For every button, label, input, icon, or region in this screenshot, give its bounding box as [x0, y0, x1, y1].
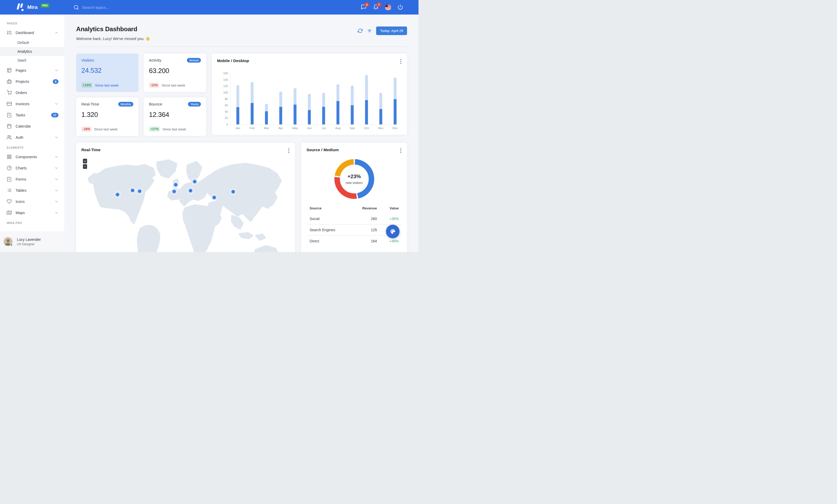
sidebar-subitem-saas[interactable]: SaaS — [0, 56, 64, 65]
map-marker[interactable] — [173, 182, 179, 188]
chevron-down-icon — [54, 177, 58, 181]
sidebar-item-auth[interactable]: Auth — [0, 132, 64, 143]
stat-delta-badge: -12% — [149, 82, 159, 88]
cell-source: Social — [306, 213, 351, 224]
svg-text:Oct: Oct — [364, 127, 369, 130]
filter-button[interactable] — [367, 28, 372, 34]
stat-card-activity: ActivityAnnual63.200-12%Since last week — [144, 54, 206, 92]
chevron-up-icon — [54, 31, 58, 35]
pro-badge: PRO — [40, 3, 49, 8]
sidebar-item-invoices[interactable]: Invoices — [0, 98, 64, 109]
map-marker[interactable] — [230, 189, 236, 195]
donut-center-value: +23% — [348, 173, 361, 180]
sidebar-item-projects[interactable]: Projects8 — [0, 76, 64, 87]
brand[interactable]: Mira PRO — [0, 3, 64, 12]
table-row-social: Social260+35% — [306, 213, 402, 224]
grid-icon — [7, 154, 12, 159]
sidebar-item-forms[interactable]: Forms — [0, 173, 64, 185]
svg-text:60: 60 — [225, 104, 228, 107]
sidebar-item-maps[interactable]: Maps — [0, 207, 64, 218]
stat-value: 63.200 — [149, 67, 201, 75]
theme-settings-fab[interactable] — [386, 225, 399, 238]
cell-source: Search Engines — [306, 224, 351, 236]
stat-period-badge[interactable]: Monthly — [118, 102, 133, 107]
sidebar-item-label: Invoices — [16, 102, 29, 106]
logout-button[interactable] — [397, 4, 404, 11]
map-icon — [7, 210, 12, 215]
header-divider — [76, 46, 407, 47]
sidebar-section-header-pages: PAGES — [0, 19, 64, 27]
map-marker[interactable] — [188, 188, 194, 194]
sidebar-item-charts[interactable]: Charts — [0, 162, 64, 173]
svg-text:Jul: Jul — [322, 127, 326, 130]
stat-period-badge[interactable]: Annual — [187, 58, 201, 62]
map-card-title: Real-Time — [82, 148, 290, 152]
briefcase-icon — [7, 79, 12, 84]
chevron-down-icon — [54, 166, 58, 170]
svg-text:100: 100 — [223, 91, 228, 94]
sliders-icon — [7, 30, 12, 35]
refresh-button[interactable] — [357, 28, 362, 34]
col-revenue: Revenue — [351, 205, 380, 213]
sidebar-item-components[interactable]: Components — [0, 151, 64, 162]
notifications-button[interactable]: 7 — [373, 4, 379, 11]
svg-text:40: 40 — [225, 110, 228, 113]
search-bar — [74, 5, 360, 10]
chevron-down-icon — [54, 68, 58, 73]
sidebar-subitem-default[interactable]: Default — [0, 38, 64, 47]
notifications-count-badge: 7 — [377, 2, 381, 7]
stat-title: Activity — [149, 58, 161, 62]
sidebar-item-tables[interactable]: Tables — [0, 185, 64, 196]
stat-card-visitors: Visitors24.532+14%Since last week — [76, 54, 139, 92]
stat-note: Since last week — [162, 127, 186, 131]
sidebar-section-header-elements: ELEMENTS — [0, 143, 64, 151]
map-marker[interactable] — [171, 188, 177, 194]
chevron-down-icon — [54, 211, 58, 215]
search-input[interactable] — [82, 5, 160, 10]
chevron-down-icon — [54, 200, 58, 204]
map-zoom-out-button[interactable]: − — [83, 164, 87, 169]
chevron-down-icon — [54, 188, 58, 192]
search-icon — [74, 5, 79, 10]
stat-delta-badge: +27% — [149, 127, 160, 132]
messages-button[interactable]: 3 — [360, 4, 367, 11]
sidebar-item-tasks[interactable]: Tasks17 — [0, 109, 64, 120]
layout-icon — [7, 68, 12, 73]
sidebar-item-icons[interactable]: Icons — [0, 196, 64, 207]
sidebar-item-label: Projects — [16, 79, 29, 83]
chevron-down-icon — [54, 135, 58, 139]
sidebar-item-dashboard[interactable]: Dashboard — [0, 27, 64, 38]
refresh-icon — [358, 28, 362, 33]
realtime-map-card: Real-Time + − — [76, 143, 295, 252]
col-source: Source — [306, 205, 351, 213]
sidebar-count-badge: 17 — [51, 113, 58, 117]
cell-value: +35% — [380, 213, 402, 224]
navbar-actions: 3 7 — [360, 4, 418, 11]
stat-period-badge[interactable]: Yearly — [188, 102, 201, 107]
map-marker[interactable] — [114, 191, 121, 198]
sidebar-user[interactable]: Lucy Lavender UX Designer — [0, 231, 64, 252]
svg-text:160: 160 — [223, 72, 228, 75]
svg-text:Jan: Jan — [235, 127, 241, 130]
palette-icon — [389, 228, 396, 235]
date-range-button[interactable]: Today: April 29 — [376, 26, 407, 35]
chart-kebab-menu-icon[interactable] — [399, 58, 403, 65]
map-marker[interactable] — [211, 194, 217, 201]
language-flag-us-icon[interactable] — [385, 4, 391, 11]
power-icon — [397, 4, 403, 10]
source-kebab-menu-icon[interactable] — [399, 147, 403, 154]
sidebar-item-calendar[interactable]: Calendar — [0, 120, 64, 132]
cell-revenue: 260 — [351, 213, 380, 224]
sidebar-item-orders[interactable]: Orders — [0, 87, 64, 98]
world-map[interactable] — [76, 153, 295, 252]
map-marker[interactable] — [129, 187, 136, 193]
sidebar-subitem-analytics[interactable]: Analytics — [0, 47, 64, 56]
map-marker[interactable] — [137, 188, 143, 194]
map-marker[interactable] — [192, 179, 198, 185]
sidebar-item-pages[interactable]: Pages — [0, 65, 64, 76]
sidebar-item-label: Tasks — [16, 113, 25, 117]
mobile-desktop-chart-card: Mobile / Desktop 020406080100120140160Ja… — [212, 54, 407, 135]
mira-logo-icon — [16, 3, 25, 11]
stat-title: Visitors — [82, 58, 94, 62]
map-zoom-in-button[interactable]: + — [83, 159, 87, 163]
